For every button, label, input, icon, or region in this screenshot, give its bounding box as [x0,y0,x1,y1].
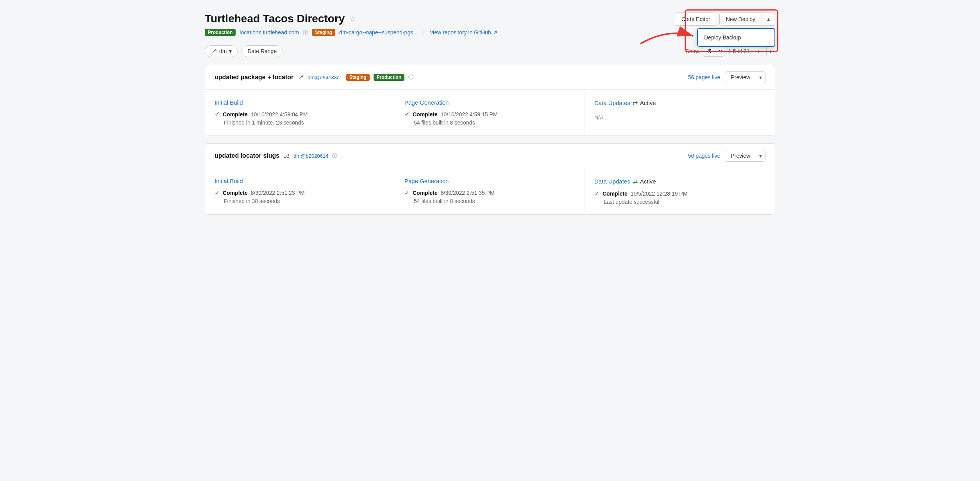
deploy-card-body-1: Initial Build ✓ Complete 8/30/2022 2:51:… [205,168,775,214]
arrows-icon-0-2: ⇄ [633,99,638,107]
filters-right: Show 5 10 25 1-5 of 31 ‹ › [685,46,775,57]
branch-filter[interactable]: ⎇ dm ▾ [205,45,238,57]
status-row-1-2: ✓ Complete 10/5/2022 12:28:19 PM [594,190,765,197]
check-icon-1-2: ✓ [594,190,599,197]
deploy-section-0-1: Page Generation ✓ Complete 10/10/2022 4:… [395,90,585,135]
date-range-filter[interactable]: Date Range [241,45,283,57]
deploy-staging-badge: Staging [346,74,370,81]
deploy-info-icon-0[interactable]: ⓘ [408,74,413,81]
status-complete-1-2: Complete [603,191,628,197]
production-badge: Production [205,29,236,36]
production-info-icon[interactable]: ⓘ [303,29,308,36]
preview-group-1: Preview ▾ [725,150,765,162]
deploy-backup-item[interactable]: Deploy Backup [698,30,774,45]
deploy-cards-container: updated package + locator ⎇ dm@d94e33c1 … [205,65,775,215]
red-arrow-annotation [637,24,699,48]
github-link-text: view repository in GitHub [430,29,491,36]
active-badge-0-2: Active [640,100,656,106]
new-deploy-group: New Deploy ▲ Deploy Backup [719,12,775,26]
preview-chevron-0[interactable]: ▾ [756,71,765,83]
status-row-0-0: ✓ Complete 10/10/2022 4:59:04 PM [215,110,385,118]
deploy-title-1: updated locator slugs [215,152,279,159]
deploy-section-1-2: Data Updates ⇄ Active ✓ Complete 10/5/20… [585,168,775,214]
check-icon-0-1: ✓ [404,110,410,118]
status-na-0-2: N/A [594,114,765,121]
show-label: Show [685,48,699,54]
status-complete-0-0: Complete [223,111,248,118]
status-date-1-1: 8/30/2022 2:51:35 PM [441,190,495,196]
section-link-0-1[interactable]: Page Generation [404,99,449,106]
check-icon-1-1: ✓ [404,189,410,196]
page-title: Turtlehead Tacos Directory [205,12,345,25]
status-date-0-0: 10/10/2022 4:59:04 PM [251,111,308,118]
deploy-card-1: updated locator slugs ⎇ dm@b2020614 ⓘ 56… [205,143,775,215]
staging-url-link[interactable]: dm-cargo--nape--suspend-pgs... [339,29,418,36]
preview-chevron-1[interactable]: ▾ [756,150,765,162]
commit-link-0[interactable]: dm@d94e33c1 [308,75,342,80]
deploy-card-header-1: updated locator slugs ⎇ dm@b2020614 ⓘ 56… [205,144,775,168]
subtitle-row: Production locations.turtlehead.com ⓘ St… [205,29,497,36]
pages-live-1: 56 pages live [688,153,721,159]
deploy-production-badge: Production [374,74,404,81]
status-complete-0-1: Complete [413,111,438,118]
status-row-0-1: ✓ Complete 10/10/2022 4:59:15 PM [404,110,575,118]
pagination-text: 1-5 of 31 [728,48,749,54]
status-sub-1-2: Last update successful [604,199,765,205]
title-row: Turtlehead Tacos Directory ☆ [205,12,497,25]
pages-live-0: 56 pages live [688,74,721,80]
code-editor-button[interactable]: Code Editor [675,12,717,26]
star-icon[interactable]: ☆ [349,14,356,23]
page-header: Turtlehead Tacos Directory ☆ Production … [205,12,775,36]
preview-group-0: Preview ▾ [725,71,765,83]
show-select[interactable]: 5 10 25 [703,46,724,57]
pagination-prev-button[interactable]: ‹ [754,46,763,56]
preview-button-1[interactable]: Preview [725,150,756,162]
deploy-header-right-1: 56 pages live Preview ▾ [688,150,765,162]
status-date-0-1: 10/10/2022 4:59:15 PM [441,111,498,118]
preview-button-0[interactable]: Preview [725,71,756,83]
new-deploy-chevron[interactable]: ▲ [762,12,775,26]
divider: | [423,29,425,36]
active-badge-1-2: Active [640,178,656,185]
section-link-0-2[interactable]: Data Updates ⇄ Active [594,99,656,107]
status-sub-1-1: 54 files built in 8 seconds [414,198,575,204]
status-sub-1-0: Finished in 38 seconds [224,198,385,204]
git-icon-1: ⎇ [283,153,290,159]
status-complete-1-0: Complete [223,190,248,196]
status-sub-0-0: Finished in 1 minute, 23 seconds [224,119,385,126]
deploy-header-left-1: updated locator slugs ⎇ dm@b2020614 ⓘ [215,152,337,159]
deploy-header-right-0: 56 pages live Preview ▾ [688,71,765,83]
deploy-card-header-0: updated package + locator ⎇ dm@d94e33c1 … [205,65,775,90]
production-url-link[interactable]: locations.turtlehead.com [240,29,299,36]
deploy-section-0-2: Data Updates ⇄ Active N/A [585,90,775,135]
status-sub-0-1: 54 files built in 8 seconds [414,119,575,126]
arrows-icon-1-2: ⇄ [633,178,638,185]
branch-chevron-icon: ▾ [229,48,232,54]
deploy-section-1-0: Initial Build ✓ Complete 8/30/2022 2:51:… [205,168,395,214]
section-link-1-1[interactable]: Page Generation [404,178,449,184]
commit-link-1[interactable]: dm@b2020614 [293,153,328,159]
deploy-section-1-1: Page Generation ✓ Complete 8/30/2022 2:5… [395,168,585,214]
status-row-1-1: ✓ Complete 8/30/2022 2:51:35 PM [404,189,575,196]
github-link[interactable]: view repository in GitHub ↗ [430,29,497,36]
status-date-1-2: 10/5/2022 12:28:19 PM [631,191,688,197]
section-link-1-2[interactable]: Data Updates ⇄ Active [594,178,656,185]
external-link-icon: ↗ [493,29,497,36]
section-link-1-0[interactable]: Initial Build [215,178,243,184]
status-complete-1-1: Complete [413,190,438,196]
deploy-header-left-0: updated package + locator ⎇ dm@d94e33c1 … [215,74,413,81]
filters-row: ⎇ dm ▾ Date Range Show 5 10 25 1-5 of 31… [205,45,775,57]
header-left: Turtlehead Tacos Directory ☆ Production … [205,12,497,36]
deploy-title-0: updated package + locator [215,74,293,81]
git-icon-0: ⎇ [297,74,304,80]
filters-left: ⎇ dm ▾ Date Range [205,45,283,57]
deploy-dropdown: Deploy Backup [697,28,775,47]
new-deploy-button[interactable]: New Deploy [719,12,762,26]
deploy-info-icon-1[interactable]: ⓘ [332,152,337,159]
branch-label: dm [219,48,227,54]
deploy-section-0-0: Initial Build ✓ Complete 10/10/2022 4:59… [205,90,395,135]
deploy-card-0: updated package + locator ⎇ dm@d94e33c1 … [205,65,775,135]
pagination-next-button[interactable]: › [766,46,775,56]
check-icon-1-0: ✓ [215,189,220,196]
section-link-0-0[interactable]: Initial Build [215,99,243,106]
